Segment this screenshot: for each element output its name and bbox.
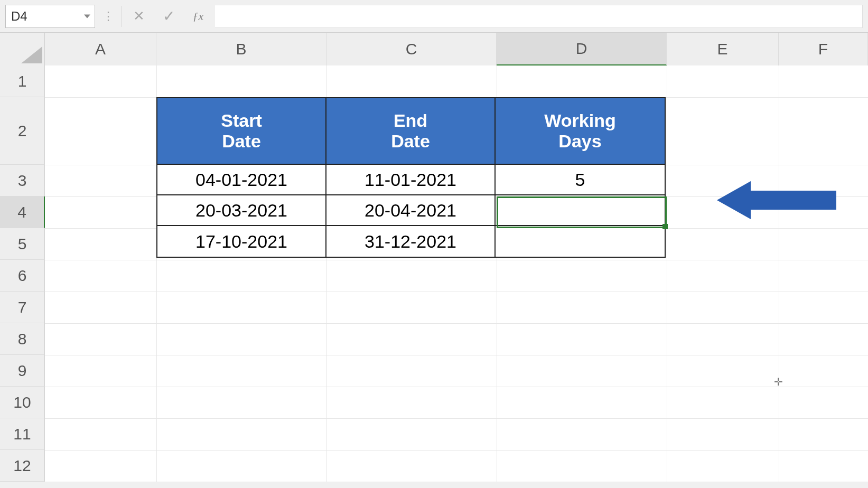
- cell-B4[interactable]: 20-03-2021: [157, 195, 326, 226]
- cell-C5[interactable]: 31-12-2021: [326, 226, 496, 257]
- name-box[interactable]: D4: [5, 5, 95, 28]
- row-header-1[interactable]: 1: [0, 65, 45, 97]
- cell-C4[interactable]: 20-04-2021: [326, 195, 496, 226]
- header-start-date[interactable]: Start Date: [157, 98, 326, 165]
- cell-C3[interactable]: 11-01-2021: [326, 165, 496, 195]
- row-header-8[interactable]: 8: [0, 323, 45, 355]
- spreadsheet-grid: A B C D E F 1 2 3 4 5 6 7 8 9 10 11 12: [0, 33, 868, 482]
- row-header-3[interactable]: 3: [0, 165, 45, 196]
- row-header-9[interactable]: 9: [0, 355, 45, 387]
- header-end-date[interactable]: End Date: [326, 98, 496, 165]
- column-header-E[interactable]: E: [667, 33, 779, 65]
- cell-B3[interactable]: 04-01-2021: [157, 165, 326, 195]
- cell-D5[interactable]: [496, 226, 665, 257]
- enter-icon[interactable]: ✓: [156, 6, 181, 27]
- column-header-F[interactable]: F: [779, 33, 868, 65]
- arrow-annotation-icon: [717, 179, 844, 221]
- fx-icon[interactable]: ƒx: [185, 6, 211, 27]
- drag-handle-icon: ⋮: [99, 10, 117, 23]
- row-headers: 1 2 3 4 5 6 7 8 9 10 11 12: [0, 65, 45, 482]
- column-header-C[interactable]: C: [326, 33, 497, 65]
- cell-B5[interactable]: 17-10-2021: [157, 226, 326, 257]
- column-headers: A B C D E F: [0, 33, 868, 65]
- formula-input[interactable]: [215, 5, 863, 28]
- row-header-5[interactable]: 5: [0, 228, 45, 260]
- row-header-12[interactable]: 12: [0, 450, 45, 482]
- cancel-icon[interactable]: ✕: [126, 6, 152, 27]
- cell-D4[interactable]: [496, 195, 665, 226]
- svg-marker-0: [717, 181, 836, 219]
- chevron-down-icon[interactable]: [84, 14, 90, 18]
- formula-bar: D4 ⋮ ✕ ✓ ƒx: [0, 0, 868, 33]
- select-all-corner[interactable]: [0, 33, 45, 65]
- row-header-6[interactable]: 6: [0, 260, 45, 292]
- separator: [122, 6, 122, 27]
- data-table: Start Date End Date Working Days 04-01-2…: [156, 97, 666, 258]
- header-working-days[interactable]: Working Days: [496, 98, 665, 165]
- row-header-7[interactable]: 7: [0, 292, 45, 323]
- row-header-11[interactable]: 11: [0, 418, 45, 450]
- column-header-D[interactable]: D: [497, 33, 667, 65]
- column-header-A[interactable]: A: [45, 33, 156, 65]
- column-header-B[interactable]: B: [156, 33, 326, 65]
- row-header-4[interactable]: 4: [0, 196, 45, 228]
- row-header-10[interactable]: 10: [0, 387, 45, 418]
- cells-area[interactable]: Start Date End Date Working Days 04-01-2…: [45, 65, 868, 482]
- row-header-2[interactable]: 2: [0, 97, 45, 165]
- name-box-value: D4: [11, 9, 27, 24]
- cell-D3[interactable]: 5: [496, 165, 665, 195]
